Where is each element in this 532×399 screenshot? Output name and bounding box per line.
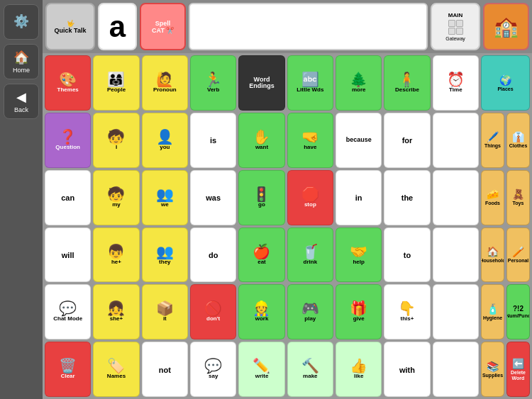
sheplus-cell[interactable]: 👧she+ [93,284,139,339]
people-cell[interactable]: 👨‍👩‍👧People [93,55,139,111]
like-cell[interactable]: 👍like [336,342,382,397]
themes-cell[interactable]: 🎨Themes [45,55,91,111]
num-punc-cell[interactable]: ?!2Num/Punc [506,284,530,339]
little-wds-cell[interactable]: 🔤Little Wds [287,55,333,111]
do-cell[interactable]: do [190,227,236,283]
home-button[interactable]: 🏠 Home [4,44,39,79]
personal-cell[interactable]: 🪥Personal [506,227,530,283]
letter-a-button[interactable]: a [98,3,137,50]
it-icon: 📦 [156,301,174,315]
things-cell[interactable]: 🖊️Things [481,113,504,168]
spell-sub: CAT✂️ [152,27,174,34]
give-cell[interactable]: 🎁give [336,284,382,339]
question-cell[interactable]: ❓Question [45,113,91,168]
for-cell[interactable]: for [384,113,430,168]
write-cell[interactable]: ✏️write [238,342,284,397]
go-cell[interactable]: 🚦go [238,170,284,225]
not-cell[interactable]: not [142,342,188,397]
question-icon: ❓ [59,130,77,144]
clear-cell[interactable]: 🗑️Clear [45,342,91,397]
themes-icon: 🎨 [59,72,77,86]
my-cell[interactable]: 🧒my [93,170,139,225]
the-cell[interactable]: the [384,170,430,225]
more-cell[interactable]: 🌲more [336,55,382,111]
have-icon: 🤜 [301,130,319,144]
it-cell[interactable]: 📦it [142,284,188,339]
toys-cell[interactable]: 🧸Toys [506,170,530,225]
supplies-icon: 📚 [487,361,499,372]
you-cell[interactable]: 👤you [142,113,188,168]
my-icon: 🧒 [107,187,125,201]
gateway-label: Gateway [445,36,465,41]
settings-button[interactable]: ⚙️ [4,4,39,40]
we-cell[interactable]: 👥we [142,170,188,225]
empty-r3c9 [433,170,479,225]
drink-cell[interactable]: 🥤drink [287,227,333,283]
want-cell[interactable]: ✋want [238,113,284,168]
foods-cell[interactable]: 🧀Foods [481,170,504,225]
sidebar: ⚙️ 🏠 Home ◀ Back [0,0,43,399]
make-cell[interactable]: 🔨make [287,342,333,397]
describe-icon: 🧍 [398,72,416,86]
pronoun-cell[interactable]: 🙋Pronoun [142,55,188,111]
time-icon: ⏰ [447,72,465,86]
gateway-grid [448,20,463,35]
because-cell[interactable]: because [336,113,382,168]
household-cell[interactable]: 🏠Household [481,227,504,283]
clothes-cell[interactable]: 👔Clothes [506,113,530,168]
verb-cell[interactable]: 🏃Verb [190,55,236,111]
delete-word-cell[interactable]: ⬅️Delete Word [506,342,530,397]
hygiene-cell[interactable]: 🧴Hygiene [481,284,504,339]
word-endings-cell[interactable]: WordEndings [238,55,284,111]
play-cell[interactable]: 🎮play [287,284,333,339]
text-display[interactable] [189,3,428,50]
time-cell[interactable]: ⏰Time [433,55,479,111]
eat-cell[interactable]: 🍎eat [238,227,284,283]
in-cell[interactable]: in [336,170,382,225]
spell-button[interactable]: Spell CAT✂️ [140,3,186,50]
i-cell[interactable]: 🧒I [93,113,139,168]
back-icon: ◀ [16,89,26,105]
main-gateway-button[interactable]: MAIN Gateway [431,3,480,50]
empty-r4c9 [433,227,479,283]
heplus-cell[interactable]: 👦he+ [93,227,139,283]
names-icon: 🏷️ [107,359,125,373]
places-cell[interactable]: 🌍Places [481,55,530,111]
sheplus-icon: 👧 [107,301,125,315]
say-cell[interactable]: 💬say [190,342,236,397]
dont-icon: 🚫 [204,301,222,315]
describe-cell[interactable]: 🧍Describe [384,55,430,111]
chat-mode-cell[interactable]: 💬Chat Mode [45,284,91,339]
work-cell[interactable]: 👷work [238,284,284,339]
quick-talk-button[interactable]: 🤟 Quick Talk [45,3,95,50]
clothes-icon: 👔 [512,131,524,142]
supplies-cell[interactable]: 📚Supplies [481,342,504,397]
back-button[interactable]: ◀ Back [4,84,39,119]
they-cell[interactable]: 👥they [142,227,188,283]
quick-talk-label: Quick Talk [55,27,87,34]
was-cell[interactable]: was [190,170,236,225]
school-button[interactable]: 🏫 [483,3,529,50]
more-icon: 🌲 [350,72,367,86]
thisplus-icon: 👇 [398,301,416,315]
give-icon: 🎁 [350,301,367,315]
dont-cell[interactable]: 🚫don't [190,284,236,339]
can-cell[interactable]: can [45,170,91,225]
help-cell[interactable]: 🤝help [336,227,382,283]
thisplus-cell[interactable]: 👇this+ [384,284,430,339]
like-icon: 👍 [350,359,367,373]
is-cell[interactable]: is [190,113,236,168]
names-cell[interactable]: 🏷️Names [93,342,139,397]
have-cell[interactable]: 🤜have [287,113,333,168]
empty-r5c9 [433,284,479,339]
stop-cell[interactable]: 🛑stop [287,170,333,225]
with-cell[interactable]: with [384,342,430,397]
foods-icon: 🧀 [487,189,499,200]
to-cell[interactable]: to [384,227,430,283]
clear-icon: 🗑️ [59,359,77,373]
empty-r6c9 [433,342,479,397]
will-cell[interactable]: will [45,227,91,283]
personal-icon: 🪥 [512,246,524,257]
want-icon: ✋ [253,130,270,144]
back-label: Back [14,106,28,113]
